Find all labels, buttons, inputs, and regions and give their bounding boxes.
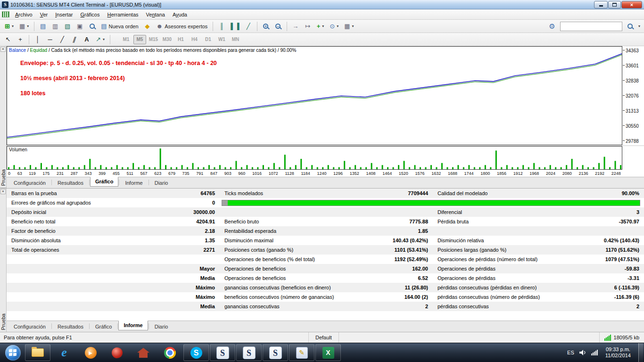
report-row[interactable]: MayorOperaciones de beneficios162.00Oper…	[7, 264, 644, 273]
zoom-out-button[interactable]: −	[272, 21, 284, 32]
report-row[interactable]: Barras en la prueba64765Ticks modelados7…	[7, 189, 644, 198]
report-row[interactable]: Errores de gráficos mal agrupados0	[7, 198, 644, 207]
taskbar-home-app[interactable]	[131, 344, 156, 361]
taskbar-mt4-terminal-3[interactable]: S	[263, 344, 288, 361]
report-row[interactable]: Total de operaciones2271Posiciones corta…	[7, 245, 644, 255]
report-row[interactable]: Operaciones de beneficios (% del total)1…	[7, 255, 644, 264]
horizontal-line-button[interactable]: ─	[44, 34, 56, 45]
line-chart-button[interactable]: ╱	[243, 21, 254, 32]
report-row[interactable]: Máximobeneficios consecutivos (número de…	[7, 292, 644, 302]
chart-shift-button[interactable]: ↦	[302, 21, 314, 32]
candlestick-button[interactable]: ▌▐	[228, 21, 241, 32]
tab-configuración[interactable]: Configuración	[8, 322, 51, 332]
channel-button[interactable]: ∥	[69, 34, 80, 45]
chart-system-icon[interactable]	[2, 11, 9, 17]
minimize-button[interactable]	[594, 1, 608, 8]
tab-informe[interactable]: Informe	[118, 321, 148, 330]
status-profile[interactable]: Default	[309, 332, 339, 343]
metaeditor-button[interactable]: ◆	[142, 21, 153, 32]
balance-chart-area[interactable]: Balance / Equidad / Cada tick (el método…	[7, 46, 622, 145]
menu-gráficos[interactable]: Gráficos	[77, 10, 104, 19]
menu-archivo[interactable]: Archivo	[11, 10, 36, 19]
volume-icon[interactable]	[579, 349, 586, 356]
timeframe-mn[interactable]: MN	[229, 35, 242, 44]
data-window-button[interactable]: ▥	[50, 21, 61, 32]
taskbar-skype[interactable]: S	[183, 344, 209, 361]
language-indicator[interactable]: ES	[567, 350, 574, 355]
taskbar-media-player[interactable]: ▶	[78, 344, 103, 361]
new-order-button[interactable]: ▤Nueva orden	[99, 21, 140, 32]
tab-gráfico[interactable]: Gráfico	[90, 177, 119, 187]
menu-insertar[interactable]: Insertar	[51, 10, 76, 19]
close-panel-icon[interactable]: ×	[0, 189, 6, 194]
report-row[interactable]: Depósito inicial30000.00Diferencial3	[7, 207, 644, 217]
menu-ver[interactable]: Ver	[36, 10, 52, 19]
taskbar-red-circle-app[interactable]	[104, 344, 130, 361]
close-button[interactable]: ×	[621, 1, 642, 8]
settings-button[interactable]: ⚙	[546, 21, 558, 32]
tab-resultados[interactable]: Resultados	[52, 178, 89, 188]
taskbar-excel[interactable]: X	[315, 344, 341, 361]
report-cell	[7, 255, 220, 264]
search-input[interactable]	[560, 22, 622, 31]
tab-gráfico[interactable]: Gráfico	[90, 322, 117, 332]
taskbar-mt4-terminal-1[interactable]: S	[210, 344, 235, 361]
timeframe-m15[interactable]: M15	[147, 35, 160, 44]
text-tool-button[interactable]: A	[81, 34, 92, 45]
show-desktop-button[interactable]	[638, 343, 643, 362]
report-row[interactable]: Factor de beneficio2.18Rentabilidad espe…	[7, 226, 644, 236]
tab-configuración[interactable]: Configuración	[8, 178, 51, 188]
network-icon[interactable]	[591, 350, 598, 355]
taskbar-metaeditor[interactable]: ✎	[289, 344, 314, 361]
periods-button[interactable]: ⊙▾	[327, 21, 341, 32]
taskbar-chrome[interactable]	[157, 344, 182, 361]
report-row[interactable]: Disminución absoluta1.35Disminución maxi…	[7, 236, 644, 245]
crosshair-tool-button[interactable]: +	[15, 34, 26, 45]
vertical-line-button[interactable]: │	[32, 34, 43, 45]
timeframe-m5[interactable]: M5	[133, 35, 146, 44]
cursor-tool-button[interactable]: ↖	[2, 34, 14, 45]
timeframe-m30[interactable]: M30	[161, 35, 173, 44]
taskbar-start[interactable]	[1, 344, 24, 361]
tab-diario[interactable]: Diario	[149, 322, 173, 332]
zoom-in-button[interactable]: +	[260, 21, 272, 32]
expert-advisors-button[interactable]: ☻Asesores expertos	[154, 21, 210, 32]
maximize-button[interactable]	[608, 1, 621, 8]
indicators-button[interactable]: +▾	[314, 21, 327, 32]
report-row[interactable]: Mediaganancias consecutivas2pérdidas con…	[7, 302, 644, 311]
timeframe-d1[interactable]: D1	[202, 35, 215, 44]
timeframe-h4[interactable]: H4	[188, 35, 201, 44]
bar-chart-button[interactable]: ║	[216, 21, 227, 32]
templates-button[interactable]: ▦▾	[342, 21, 356, 32]
tab-diario[interactable]: Diario	[149, 178, 173, 188]
tab-resultados[interactable]: Resultados	[52, 322, 89, 332]
search-button[interactable]	[625, 21, 636, 32]
taskbar-clock[interactable]: 09:33 p.m. 11/02/2014	[603, 346, 634, 359]
market-watch-button[interactable]: ▤	[37, 21, 49, 32]
strategy-tester-button[interactable]	[86, 21, 98, 32]
volume-pane[interactable]: Volumen	[7, 146, 622, 170]
menu-ayuda[interactable]: Ayuda	[169, 10, 191, 19]
profiles-button[interactable]: ▦▾	[17, 21, 31, 32]
close-panel-icon[interactable]: ×	[0, 47, 6, 52]
traffic-text: 18095/5 kb	[614, 335, 639, 340]
new-chart-button[interactable]: ⊞▾	[2, 21, 16, 32]
timeframe-w1[interactable]: W1	[215, 35, 228, 44]
menu-ventana[interactable]: Ventana	[142, 10, 169, 19]
report-row[interactable]: Máximoganancias consecutivas (beneficios…	[7, 283, 644, 292]
taskbar-explorer[interactable]	[25, 344, 50, 361]
taskbar-internet-explorer[interactable]: e	[51, 344, 77, 361]
terminal-button[interactable]: ▣	[74, 21, 85, 32]
tab-informe[interactable]: Informe	[120, 178, 148, 188]
report-row[interactable]: Beneficio neto total4204.91Beneficio bru…	[7, 217, 644, 226]
timeframe-h1[interactable]: H1	[174, 35, 187, 44]
taskbar-mt4-terminal-2[interactable]: S	[236, 344, 262, 361]
toolbar-overflow-icon[interactable]: ▾	[638, 24, 640, 28]
arrows-tool-button[interactable]: ↗▾	[93, 34, 107, 45]
timeframe-m1[interactable]: M1	[120, 35, 132, 44]
menu-herramientas[interactable]: Herramientas	[103, 10, 142, 19]
trendline-button[interactable]: ╱	[57, 34, 68, 45]
report-row[interactable]: MediaOperaciones de beneficios6.52Operac…	[7, 273, 644, 283]
auto-scroll-button[interactable]: →	[290, 21, 301, 32]
navigator-button[interactable]: ▧	[62, 21, 73, 32]
